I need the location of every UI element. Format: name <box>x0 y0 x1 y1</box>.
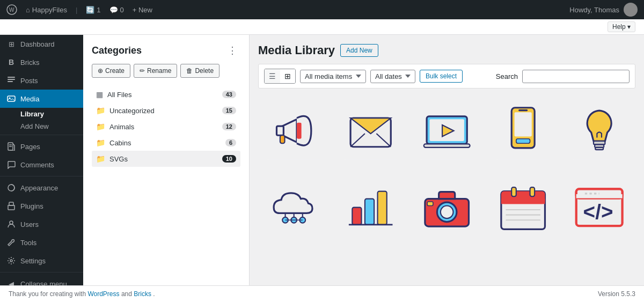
view-toggle: ☰ ⊞ <box>264 69 296 84</box>
sidebar-item-dashboard[interactable]: ⊞ Dashboard <box>0 35 83 53</box>
category-item-cabins[interactable]: 📁 Cabins 6 <box>92 135 240 151</box>
media-toolbar: ☰ ⊞ All media items All dates Bulk selec… <box>258 64 635 89</box>
svg-rect-16 <box>277 127 284 136</box>
category-item-uncategorized[interactable]: 📁 Uncategorized 15 <box>92 102 240 119</box>
new-button[interactable]: + New <box>133 6 152 14</box>
category-item-all-files[interactable]: ▦ All Files 43 <box>92 86 240 102</box>
category-item-animals[interactable]: 📁 Animals 12 <box>92 119 240 135</box>
svg-rect-5 <box>8 96 15 101</box>
bulk-select-button[interactable]: Bulk select <box>420 70 463 83</box>
appearance-icon <box>6 183 16 193</box>
sidebar-sub-library[interactable]: Library <box>0 108 83 120</box>
delete-category-button[interactable]: 🗑 Delete <box>180 64 219 78</box>
svg-rect-37 <box>595 148 603 150</box>
sidebar-item-pages[interactable]: Pages <box>0 137 83 156</box>
sidebar-label-plugins: Plugins <box>20 202 43 210</box>
media-panel: Media Library Add New ☰ ⊞ All media item… <box>250 35 644 285</box>
search-input[interactable] <box>522 70 630 83</box>
topbar: W ⌂ HappyFiles | 🔄 1 💬 0 + New Howdy, Th… <box>0 0 644 19</box>
wp-logo-icon: W <box>6 4 17 15</box>
media-library-title: Media Library <box>258 43 335 57</box>
category-item-svgs[interactable]: 📁 SVGs 10 <box>92 151 240 167</box>
folder-icon: 📁 <box>96 138 105 147</box>
help-button[interactable]: Help ▾ <box>608 21 635 32</box>
sidebar-divider3 <box>0 272 83 272</box>
sidebar-label-dashboard: Dashboard <box>20 40 55 48</box>
main-content: Categories ⋮ ⊕ Create ✏ Rename 🗑 Delete <box>83 35 644 285</box>
site-name[interactable]: ⌂ HappyFiles <box>26 6 67 14</box>
sidebar-label-appearance: Appearance <box>20 184 58 192</box>
wordpress-link[interactable]: WordPress <box>87 290 119 298</box>
media-item-cloud[interactable] <box>258 171 330 243</box>
trash-icon: 🗑 <box>186 67 193 75</box>
category-count: 15 <box>222 107 236 114</box>
posts-icon <box>6 76 16 85</box>
media-item-email[interactable] <box>334 95 406 167</box>
sidebar-label-media: Media <box>20 95 39 103</box>
svg-rect-2 <box>8 77 15 78</box>
media-item-chart[interactable] <box>334 171 406 243</box>
media-header: Media Library Add New <box>258 43 635 57</box>
sidebar-item-users[interactable]: Users <box>0 215 83 233</box>
svg-rect-28 <box>424 144 470 148</box>
sidebar-sub-add-new[interactable]: Add New <box>0 120 83 132</box>
pages-icon <box>6 142 16 151</box>
tools-icon <box>6 238 16 247</box>
bricks-link[interactable]: Bricks <box>134 290 151 298</box>
sidebar-label-posts: Posts <box>20 77 38 85</box>
search-label: Search <box>496 72 518 80</box>
sidebar-item-comments[interactable]: Comments <box>0 156 83 174</box>
media-item-camera[interactable] <box>411 171 482 243</box>
updates-count[interactable]: 🔄 1 <box>86 6 100 14</box>
bricks-icon: B <box>6 57 16 67</box>
svg-rect-18 <box>280 136 285 144</box>
footer: Thank you for creating with WordPress an… <box>0 285 644 302</box>
sidebar-item-settings[interactable]: Settings <box>0 252 83 270</box>
sidebar-label-comments: Comments <box>20 161 54 169</box>
category-count: 10 <box>222 155 236 163</box>
media-item-code[interactable]: </> <box>564 171 635 243</box>
folder-icon: ▦ <box>96 90 103 99</box>
sidebar-divider2 <box>0 176 83 176</box>
sidebar-item-bricks[interactable]: B Bricks <box>0 53 83 71</box>
user-greeting: Howdy, Thomas <box>569 6 619 14</box>
svg-rect-4 <box>8 81 13 82</box>
svg-text:</>: </> <box>583 200 613 223</box>
comments-count[interactable]: 💬 0 <box>109 6 124 14</box>
folder-icon: 📁 <box>96 154 105 163</box>
home-icon: ⌂ <box>26 6 30 14</box>
svg-rect-56 <box>427 202 433 206</box>
category-count: 12 <box>222 123 236 130</box>
media-item-calendar[interactable] <box>487 171 559 243</box>
media-item-video[interactable] <box>411 95 482 167</box>
sidebar-label-settings: Settings <box>20 257 46 265</box>
media-item-lightbulb[interactable] <box>564 95 635 167</box>
sidebar-divider <box>0 135 83 135</box>
media-item-mobile[interactable] <box>487 95 559 167</box>
sidebar-item-appearance[interactable]: Appearance <box>0 179 83 197</box>
sidebar-item-media[interactable]: Media <box>0 90 83 108</box>
categories-menu-button[interactable]: ⋮ <box>224 43 240 57</box>
rename-category-button[interactable]: ✏ Rename <box>134 64 177 78</box>
sidebar: ⊞ Dashboard B Bricks Posts Media Library… <box>0 35 83 285</box>
media-item-megaphone[interactable] <box>258 95 330 167</box>
media-grid: </> <box>258 95 635 243</box>
create-category-button[interactable]: ⊕ Create <box>92 64 130 78</box>
list-view-button[interactable]: ☰ <box>265 69 280 83</box>
add-new-media-button[interactable]: Add New <box>340 44 378 57</box>
svg-rect-11 <box>9 202 13 205</box>
svg-rect-3 <box>8 79 15 80</box>
categories-header: Categories ⋮ <box>92 43 240 57</box>
sidebar-item-plugins[interactable]: Plugins <box>0 197 83 215</box>
category-count: 43 <box>222 91 236 98</box>
grid-view-button[interactable]: ⊞ <box>280 69 295 83</box>
media-date-filter[interactable]: All dates <box>370 70 415 83</box>
user-avatar <box>624 3 638 17</box>
sidebar-item-posts[interactable]: Posts <box>0 71 83 90</box>
collapse-menu-button[interactable]: ◀ Collapse menu <box>0 275 83 285</box>
svg-text:W: W <box>9 7 14 13</box>
sidebar-item-tools[interactable]: Tools <box>0 233 83 252</box>
media-type-filter[interactable]: All media items <box>300 70 366 83</box>
sidebar-label-tools: Tools <box>20 239 36 247</box>
plus-icon: ⊕ <box>98 67 103 75</box>
